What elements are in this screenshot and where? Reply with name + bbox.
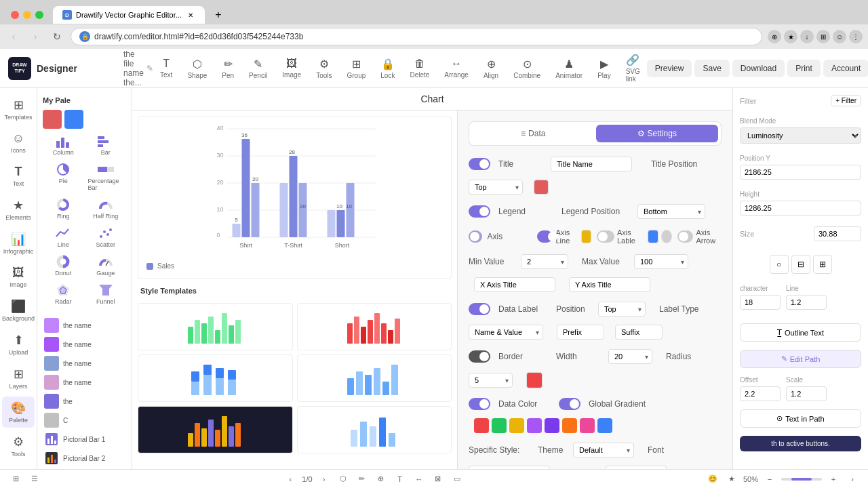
tool-lock[interactable]: 🔒Lock	[374, 55, 401, 82]
global-gradient-toggle[interactable]	[559, 398, 580, 410]
premium-banner[interactable]: th to active buttons.	[740, 436, 861, 451]
legend-toggle[interactable]	[469, 205, 490, 218]
traffic-light-yellow[interactable]	[23, 11, 31, 19]
palette-swatch-blue[interactable]	[597, 418, 612, 433]
element-row-3[interactable]: the name	[43, 354, 126, 373]
data-color-toggle[interactable]	[469, 398, 490, 410]
crop-tool[interactable]: ⊠	[431, 472, 446, 487]
chart-type-gauge[interactable]: Gauge	[85, 252, 127, 279]
palette-swatch-yellow[interactable]	[509, 418, 524, 433]
chart-type-half-ring[interactable]: Half Ring	[85, 195, 127, 222]
palette-swatch-red[interactable]	[474, 418, 489, 433]
zoom-out-button[interactable]: −	[762, 472, 777, 487]
element-row-4[interactable]: the name	[43, 373, 126, 392]
browser-action-1[interactable]: ⊕	[768, 30, 781, 43]
tool-pencil[interactable]: ✎Pencil	[242, 55, 274, 82]
grid-view-button[interactable]: ⊞	[8, 472, 23, 487]
chart-type-line[interactable]: Line	[43, 224, 84, 251]
sidebar-item-palette[interactable]: 🎨Palette	[2, 396, 35, 428]
legend-position-select[interactable]: Bottom Top Left Right	[637, 204, 705, 219]
sidebar-item-tools[interactable]: ⚙Tools	[2, 430, 35, 462]
forward-button[interactable]: ›	[27, 28, 43, 45]
text-tool-bottom[interactable]: T	[393, 472, 408, 487]
axis-label-color1[interactable]	[648, 230, 658, 243]
outline-text-button[interactable]: T̲ Outline Text	[740, 323, 861, 342]
zoom-in-button[interactable]: +	[826, 472, 841, 487]
palette-swatch-pink[interactable]	[580, 418, 595, 433]
browser-action-2[interactable]: ★	[784, 30, 797, 43]
sidebar-item-upload[interactable]: ⬆Upload	[2, 329, 35, 360]
label-type-select[interactable]: Name & Value Name Value	[469, 325, 543, 340]
palette-color-blue[interactable]	[64, 110, 83, 129]
weight-select[interactable]: Semi Bold Bold Regular	[606, 466, 667, 469]
palette-swatch-orange[interactable]	[562, 418, 577, 433]
traffic-light-red[interactable]	[11, 11, 19, 19]
browser-tab[interactable]: D Drawtify Vector Graphic Editor... ✕	[53, 6, 205, 24]
more-button[interactable]: ›	[845, 472, 860, 487]
tool-shape[interactable]: ⬡Shape	[180, 55, 214, 82]
position-y-input[interactable]	[740, 165, 861, 180]
new-tab-button[interactable]: +	[209, 5, 228, 24]
title-color-swatch[interactable]	[534, 180, 549, 195]
chart-type-scatter[interactable]: Scatter	[85, 224, 127, 251]
zoom-slider[interactable]	[781, 478, 822, 481]
font-select[interactable]: Roboto Mono	[469, 466, 550, 469]
circle-icon-btn[interactable]: ○	[770, 255, 789, 274]
print-button[interactable]: Print	[787, 60, 821, 77]
axis-line-toggle[interactable]	[537, 230, 553, 243]
axis-label-color2[interactable]	[661, 230, 672, 243]
template-thumb-2[interactable]	[297, 303, 452, 350]
data-label-toggle[interactable]	[469, 303, 490, 315]
suffix-input[interactable]	[615, 325, 663, 340]
title-position-select[interactable]: Top Bottom Left Right	[469, 180, 523, 195]
grid-icon-btn[interactable]: ⊞	[813, 255, 832, 274]
list-view-button[interactable]: ☰	[27, 472, 42, 487]
palette-color-red[interactable]	[43, 110, 62, 129]
element-row-1[interactable]: the name	[43, 316, 126, 335]
tool-align[interactable]: ⊕Align	[477, 55, 505, 82]
element-row-7[interactable]: Pictorial Bar 1	[43, 430, 126, 449]
anchor-tool[interactable]: ⊕	[374, 472, 389, 487]
border-radius-select[interactable]: 5 0 10	[469, 373, 513, 388]
sidebar-item-background[interactable]: ⬛Background	[2, 295, 35, 326]
tab-data[interactable]: ≡ Data	[472, 125, 595, 142]
element-row-8[interactable]: Pictorial Bar 2	[43, 449, 126, 468]
sidebar-item-infographic[interactable]: 📊Infographic	[2, 228, 35, 259]
browser-action-3[interactable]: ↓	[800, 30, 814, 43]
frame-tool[interactable]: ▭	[450, 472, 465, 487]
path-tool[interactable]: ⬡	[336, 472, 351, 487]
size-input[interactable]	[814, 226, 861, 241]
template-thumb-4[interactable]	[297, 354, 452, 402]
chart-type-bar[interactable]: Bar	[85, 131, 127, 159]
browser-action-4[interactable]: ⊞	[816, 30, 830, 43]
filter-button[interactable]: + Filter	[831, 95, 861, 106]
tool-combine[interactable]: ⊙Combine	[507, 55, 547, 82]
sidebar-item-image[interactable]: 🖼Image	[2, 262, 35, 292]
scale-input[interactable]	[786, 386, 827, 401]
border-toggle[interactable]	[469, 350, 490, 363]
tool-text[interactable]: TText	[153, 55, 179, 81]
tab-close-button[interactable]: ✕	[186, 10, 195, 20]
chart-type-column[interactable]: Column	[43, 131, 84, 159]
text-in-path-button[interactable]: ⊙ Text in Path	[740, 409, 861, 428]
template-thumb-6[interactable]	[297, 406, 452, 453]
tab-settings[interactable]: ⚙ Settings	[596, 125, 719, 142]
min-value-select[interactable]: 2 0 5	[521, 254, 568, 269]
save-button[interactable]: Save	[694, 60, 729, 77]
sidebar-item-elements[interactable]: ★Elements	[2, 194, 35, 225]
template-thumb-1[interactable]	[138, 303, 293, 350]
address-bar[interactable]: 🔒 drawtify.com/editor.html#?id=62d0d36fd…	[71, 28, 762, 45]
account-button[interactable]: Account	[823, 60, 868, 77]
tool-animator[interactable]: ♟Animator	[549, 55, 589, 82]
axis-lable-toggle[interactable]	[597, 230, 614, 243]
align-tool-bottom[interactable]: ↔	[412, 472, 427, 487]
edit-path-button[interactable]: ✎ Edit Path	[740, 350, 861, 368]
edit-filename-icon[interactable]: ✎	[146, 64, 153, 73]
split-icon-btn[interactable]: ⊟	[791, 255, 810, 274]
axis-toggle[interactable]	[469, 230, 482, 243]
title-toggle[interactable]	[469, 158, 490, 170]
template-thumb-3[interactable]	[138, 354, 293, 402]
offset-input[interactable]	[740, 386, 781, 401]
palette-swatch-purple[interactable]	[527, 418, 542, 433]
preview-button[interactable]: Preview	[647, 60, 692, 77]
